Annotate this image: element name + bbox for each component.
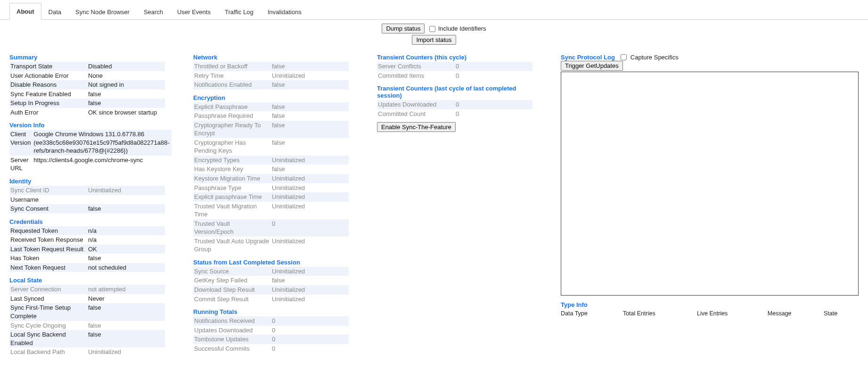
kv-row: Updates Downloaded0	[193, 326, 349, 335]
kv-key: Retry Time	[193, 71, 271, 81]
capture-specifics-checkbox[interactable]	[621, 54, 627, 60]
kv-row: Next Token Requestnot scheduled	[9, 263, 165, 272]
kv-row: Server Connectionnot attempted	[9, 285, 165, 294]
kv-key: Trusted Vault Version/Epoch	[193, 219, 271, 237]
include-identifiers-label[interactable]: Include Identifiers	[438, 25, 486, 32]
kv-key: Download Step Result	[193, 285, 271, 295]
dump-status-button[interactable]: Dump status	[382, 24, 425, 33]
kv-value: Uninitialized	[271, 174, 349, 183]
kv-row: Explicit passphrase TimeUninitialized	[193, 192, 349, 202]
kv-value: Uninitialized	[271, 156, 349, 165]
kv-value: Uninitialized	[271, 295, 349, 304]
kv-key: Updates Downloaded	[193, 326, 271, 335]
kv-key: Updates Downloaded	[377, 100, 455, 109]
section-title: Credentials	[9, 218, 165, 225]
section-title: Status from Last Completed Session	[193, 259, 349, 266]
kv-value: Not signed in	[87, 80, 165, 90]
kv-table: Explicit PassphrasefalsePassphrase Requi…	[193, 102, 349, 254]
kv-row: Keystore Migration TimeUninitialized	[193, 174, 349, 183]
kv-key: Sync Client ID	[9, 186, 87, 195]
tab-user-events[interactable]: User Events	[170, 3, 218, 20]
import-status-button[interactable]: Import status	[412, 35, 456, 45]
trigger-getupdates-button[interactable]: Trigger GetUpdates	[561, 61, 623, 71]
kv-row: Trusted Vault Version/Epoch0	[193, 219, 349, 237]
kv-key: Passphrase Required	[193, 111, 271, 121]
kv-row: Disable ReasonsNot signed in	[9, 80, 165, 90]
kv-row: Sync Feature Enabledfalse	[9, 90, 165, 99]
kv-row: Received Token Responsen/a	[9, 235, 165, 245]
tab-search[interactable]: Search	[137, 3, 170, 20]
tab-data[interactable]: Data	[41, 3, 68, 20]
kv-row: Last SyncedNever	[9, 294, 165, 304]
kv-key: Committed Items	[377, 71, 455, 81]
kv-key: Has Keystore Key	[193, 165, 271, 174]
kv-value: false	[87, 303, 165, 321]
kv-row: Sync SourceUninitialized	[193, 267, 349, 276]
kv-key: Keystore Migration Time	[193, 174, 271, 183]
kv-row: Trusted Vault Auto Upgrade GroupUninitia…	[193, 237, 349, 254]
tab-about[interactable]: About	[9, 3, 41, 20]
kv-value: false	[87, 99, 165, 108]
kv-value: 0	[455, 100, 532, 109]
kv-value: Google Chrome Windows 131.0.6778.86 (ee3…	[33, 130, 171, 156]
kv-key: Auth Error	[9, 108, 87, 117]
kv-key: Throttled or Backoff	[193, 62, 271, 71]
type-info-header: Message	[768, 309, 824, 318]
kv-key: Successful Commits	[193, 344, 271, 354]
kv-row: Server Conflicts0	[377, 62, 532, 71]
kv-value: n/a	[87, 226, 165, 236]
kv-table: Throttled or BackofffalseRetry TimeUnini…	[193, 62, 349, 90]
kv-key: Setup In Progress	[9, 99, 87, 108]
kv-row: GetKey Step Failedfalse	[193, 276, 349, 285]
kv-table: Client VersionGoogle Chrome Windows 131.…	[9, 130, 172, 173]
kv-value: false	[87, 330, 165, 347]
section-title: Summary	[9, 54, 165, 61]
section-title: Network	[193, 54, 349, 61]
include-identifiers-checkbox[interactable]	[429, 26, 435, 32]
kv-value: Disabled	[87, 62, 165, 71]
kv-value: not attempted	[87, 285, 165, 294]
kv-row: Client VersionGoogle Chrome Windows 131.…	[9, 130, 172, 156]
kv-value: false	[271, 111, 349, 121]
kv-row: Sync Consentfalse	[9, 204, 165, 214]
kv-row: Encrypted TypesUninitialized	[193, 156, 349, 165]
enable-sync-the-feature-button[interactable]: Enable Sync-The-Feature	[377, 122, 456, 132]
kv-row: Commit Step ResultUninitialized	[193, 295, 349, 304]
tab-invalidations[interactable]: Invalidations	[261, 3, 309, 20]
kv-table: Requested Tokenn/aReceived Token Respons…	[9, 226, 165, 272]
kv-key: Encrypted Types	[193, 156, 271, 165]
kv-key: Committed Count	[377, 109, 455, 119]
kv-key: GetKey Step Failed	[193, 276, 271, 285]
capture-specifics-label[interactable]: Capture Specifics	[631, 54, 679, 61]
kv-row: Setup In Progressfalse	[9, 99, 165, 108]
type-info-header: Live Entries	[697, 309, 768, 318]
kv-value: Uninitialized	[87, 186, 165, 195]
kv-table: Sync SourceUninitializedGetKey Step Fail…	[193, 267, 349, 304]
kv-value: false	[87, 204, 165, 214]
type-info-title: Type Info	[561, 301, 859, 308]
kv-key: Server Connection	[9, 285, 87, 294]
kv-row: Server URLhttps://clients4.google.com/ch…	[9, 156, 172, 173]
kv-row: Last Token Request ResultOK	[9, 245, 165, 254]
kv-value: 0	[455, 109, 532, 119]
kv-row: Requested Tokenn/a	[9, 226, 165, 236]
tab-sync-node-browser[interactable]: Sync Node Browser	[68, 3, 137, 20]
type-info-header: Total Entries	[623, 309, 697, 318]
kv-row: Tombstone Updates0	[193, 335, 349, 344]
kv-key: User Actionable Error	[9, 71, 87, 81]
kv-key: Has Token	[9, 254, 87, 263]
kv-row: Sync First-Time Setup Completefalse	[9, 303, 165, 321]
kv-row: Has Tokenfalse	[9, 254, 165, 263]
kv-key: Next Token Request	[9, 263, 87, 272]
section-title: Local State	[9, 277, 165, 284]
tab-traffic-log[interactable]: Traffic Log	[218, 3, 261, 20]
section-title: Transient Counters (this cycle)	[377, 54, 532, 61]
kv-key: Sync Consent	[9, 204, 87, 214]
kv-value: 0	[271, 316, 349, 326]
kv-key: Notifications Enabled	[193, 80, 271, 90]
section-title: Version Info	[9, 122, 165, 129]
kv-key: Commit Step Result	[193, 295, 271, 304]
protocol-log-textarea[interactable]	[561, 72, 859, 296]
kv-value: Uninitialized	[271, 71, 349, 81]
kv-table: Server Connectionnot attemptedLast Synce…	[9, 285, 165, 356]
